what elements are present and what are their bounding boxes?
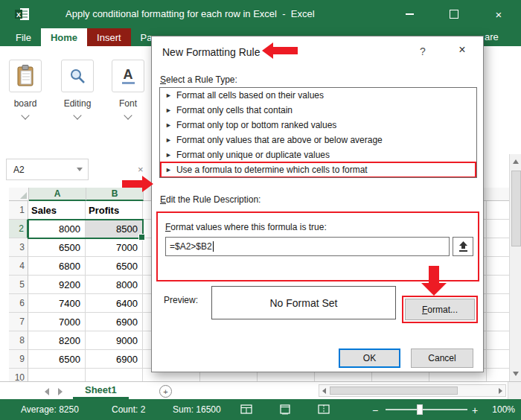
row-header[interactable]: 3 xyxy=(9,238,28,257)
row-header[interactable]: 7 xyxy=(9,313,28,331)
share-label-partial[interactable]: are xyxy=(485,31,499,42)
zoom-out-button[interactable]: − xyxy=(372,404,378,416)
cell[interactable]: 6800 xyxy=(28,257,86,276)
vertical-scroll-thumb[interactable] xyxy=(511,171,521,246)
row-header[interactable]: 10 xyxy=(9,369,28,381)
cell-a1[interactable]: Sales xyxy=(28,201,86,220)
sheet-nav-prev-icon[interactable] xyxy=(45,388,49,395)
minimize-button[interactable] xyxy=(387,0,432,28)
row-header[interactable]: 9 xyxy=(9,350,28,369)
normal-view-button[interactable] xyxy=(240,404,253,416)
plus-icon: + xyxy=(163,387,167,396)
rule-type-item-selected[interactable]: ►Use a formula to determine which cells … xyxy=(160,162,476,177)
window-controls: × xyxy=(387,0,521,28)
status-sum: Sum: 16500 xyxy=(173,404,221,415)
tab-home[interactable]: Home xyxy=(41,28,87,46)
maximize-icon xyxy=(450,10,458,19)
font-icon: A xyxy=(112,60,144,92)
rule-bullet-icon: ► xyxy=(165,121,172,129)
scroll-right-icon[interactable] xyxy=(499,388,502,394)
rule-type-item[interactable]: ►Format only cells that contain xyxy=(160,103,476,118)
ribbon-group-font[interactable]: A Font xyxy=(106,60,150,118)
page-break-view-button[interactable] xyxy=(317,404,330,416)
zoom-in-button[interactable]: + xyxy=(472,404,478,416)
cell[interactable]: 9200 xyxy=(28,276,86,294)
cell[interactable]: 7400 xyxy=(28,294,86,313)
sheet-tab[interactable]: Sheet1 xyxy=(73,382,129,399)
tab-file[interactable]: File xyxy=(6,28,41,46)
cell[interactable] xyxy=(86,369,143,381)
formula-input[interactable]: =$A2>$B2 xyxy=(165,237,450,256)
rule-type-label: Format only values that are above or bel… xyxy=(176,135,383,145)
name-box-value: A2 xyxy=(13,165,25,175)
rule-type-item[interactable]: ►Format only unique or duplicate values xyxy=(160,147,476,162)
preview-label: Preview: xyxy=(164,295,198,305)
horizontal-scroll-thumb[interactable] xyxy=(330,386,458,395)
zoom-level[interactable]: 100% xyxy=(485,404,515,415)
cell[interactable]: 6500 xyxy=(86,257,143,276)
dialog-close-button[interactable]: × xyxy=(450,43,475,57)
select-all-corner[interactable] xyxy=(9,188,29,201)
annotation-arrow-rule-item xyxy=(122,176,153,192)
excel-logo-icon: X xyxy=(15,7,30,24)
row-header[interactable]: 2 xyxy=(9,220,28,238)
active-cell-a2[interactable]: 8000 xyxy=(28,220,86,238)
scroll-down-icon[interactable] xyxy=(513,372,519,376)
cell[interactable]: 6400 xyxy=(86,294,143,313)
row-header[interactable]: 8 xyxy=(9,331,28,350)
chevron-down-icon xyxy=(21,111,29,119)
cell[interactable]: 6500 xyxy=(28,350,86,369)
rule-type-label: Use a formula to determine which cells t… xyxy=(176,165,368,175)
scroll-left-icon[interactable] xyxy=(322,388,326,394)
row-header[interactable]: 5 xyxy=(9,276,28,294)
ribbon-group-label: Font xyxy=(119,98,137,109)
collapse-dialog-button[interactable] xyxy=(453,237,473,256)
ok-button[interactable]: OK xyxy=(339,349,400,368)
cell[interactable]: 7000 xyxy=(86,238,143,257)
dialog-help-button[interactable]: ? xyxy=(414,45,432,57)
page-layout-view-button[interactable] xyxy=(278,404,292,416)
rule-bullet-icon: ► xyxy=(165,166,172,174)
cell-b2[interactable]: 8500 xyxy=(86,220,143,238)
name-box[interactable]: A2 xyxy=(6,159,89,180)
cell[interactable] xyxy=(28,369,86,381)
row-header[interactable]: 4 xyxy=(9,257,28,276)
edit-rule-description-label: Edit the Rule Description: xyxy=(160,194,260,205)
format-button[interactable]: Format... xyxy=(405,299,475,320)
scroll-up-icon[interactable] xyxy=(513,159,519,164)
column-header-a[interactable]: A xyxy=(29,188,86,201)
ribbon-group-label: Editing xyxy=(64,98,92,109)
row-header[interactable]: 1 xyxy=(9,201,28,220)
ribbon-group-editing[interactable]: Editing xyxy=(55,60,100,118)
name-box-dropdown-icon[interactable] xyxy=(77,168,83,171)
row-header[interactable]: 6 xyxy=(9,294,28,313)
cell-b1[interactable]: Profits xyxy=(86,201,143,220)
cell[interactable]: 8000 xyxy=(86,276,143,294)
cell[interactable]: 6900 xyxy=(86,313,143,331)
cancel-button[interactable]: Cancel xyxy=(411,349,473,368)
cell[interactable]: 6900 xyxy=(86,350,143,369)
zoom-slider-thumb[interactable] xyxy=(417,404,423,415)
vertical-scrollbar[interactable] xyxy=(509,154,521,381)
ribbon-group-clipboard[interactable]: board xyxy=(3,60,48,118)
formula-cancel-icon[interactable]: × xyxy=(138,164,144,175)
add-sheet-button[interactable]: + xyxy=(159,385,172,398)
zoom-slider-track[interactable] xyxy=(386,409,467,410)
horizontal-scrollbar[interactable] xyxy=(319,384,506,397)
close-button[interactable]: × xyxy=(476,0,521,28)
rule-type-item[interactable]: ►Format all cells based on their values xyxy=(160,88,476,103)
rule-bullet-icon: ► xyxy=(165,151,172,159)
cell[interactable]: 9000 xyxy=(86,331,143,350)
sheet-nav-next-icon[interactable] xyxy=(58,388,63,395)
cell[interactable]: 6500 xyxy=(28,238,86,257)
maximize-button[interactable] xyxy=(432,0,476,28)
cell[interactable]: 8200 xyxy=(28,331,86,350)
clipboard-icon xyxy=(9,60,42,92)
tab-insert[interactable]: Insert xyxy=(87,28,131,46)
cell[interactable]: 7000 xyxy=(28,313,86,331)
annotation-arrow-dialog-title xyxy=(262,42,298,59)
rule-type-item[interactable]: ►Format only top or bottom ranked values xyxy=(160,118,476,133)
rule-type-item[interactable]: ►Format only values that are above or be… xyxy=(160,133,476,147)
select-all-icon xyxy=(20,192,27,199)
rule-type-label: Format all cells based on their values xyxy=(176,90,324,101)
